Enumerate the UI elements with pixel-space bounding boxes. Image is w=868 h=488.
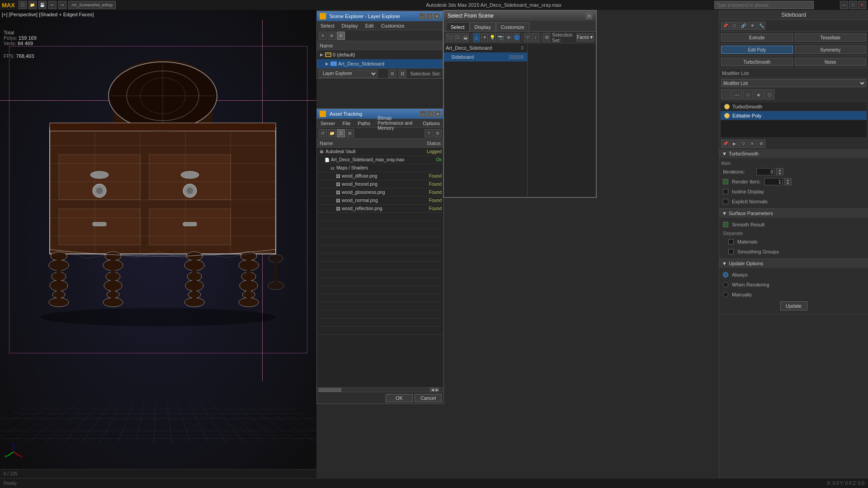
sfs-close-btn[interactable]: ✕ xyxy=(586,13,592,19)
filter-btn[interactable]: ✕ xyxy=(319,32,327,40)
at-folder-btn[interactable]: 📁 xyxy=(328,129,336,137)
tab-select[interactable]: Select xyxy=(446,22,470,31)
minimize-panel-btn[interactable]: — xyxy=(419,13,425,19)
viewport[interactable]: [+] [Perspective] [Shaded + Edged Faces]… xyxy=(0,10,316,479)
asset-row-maxfile[interactable]: 📄 Art_Deco_Sideboard_max_vray.max Ok xyxy=(317,156,443,164)
scroll-left-btn[interactable]: ◀ xyxy=(430,388,434,392)
sb-hierarchy-btn[interactable]: 🔗 xyxy=(739,22,747,30)
at-refresh-btn[interactable]: ↺ xyxy=(319,129,327,137)
menu-server[interactable]: Server xyxy=(319,120,337,127)
open-icon[interactable]: 📁 xyxy=(28,1,37,9)
modifier-dropdown[interactable]: Modifier List xyxy=(721,79,866,87)
minimize-icon[interactable]: — xyxy=(840,1,848,9)
border-btn[interactable]: □ xyxy=(743,89,753,99)
spin-up[interactable]: ▲ xyxy=(777,169,783,172)
menu-bitmap-perf[interactable]: Bitmap Performance and Memory xyxy=(376,115,417,131)
spin-up-2[interactable]: ▲ xyxy=(785,178,791,182)
extrude-btn[interactable]: Extrude xyxy=(721,33,793,42)
stack-funnel-btn[interactable]: ▽ xyxy=(739,140,747,148)
sfs-all-btn[interactable]: ⬛ xyxy=(446,33,453,42)
sfs-none-btn[interactable]: ☐ xyxy=(454,33,461,42)
layer-default[interactable]: ▶ 0 (default) xyxy=(317,50,443,59)
noise-btn[interactable]: Noise xyxy=(795,58,867,66)
expand-btn[interactable]: ⊞ xyxy=(328,32,336,40)
materials-checkbox[interactable] xyxy=(728,239,734,244)
close-at-btn[interactable]: ✕ xyxy=(434,111,441,117)
search-input[interactable] xyxy=(714,1,814,9)
file-tab[interactable]: AK_Screenshot_wrksp xyxy=(68,1,116,9)
edit-poly-btn[interactable]: Edit Poly xyxy=(721,46,793,54)
sfs-item-art-deco[interactable]: Art_Deco_Sideboard 0 xyxy=(444,43,527,52)
asset-row-reflection[interactable]: 🖼 wood_reflection.png Found xyxy=(317,205,443,213)
update-options-header[interactable]: ▼ Update Options xyxy=(719,259,868,268)
cancel-button[interactable]: Cancel xyxy=(415,394,442,402)
stack-active-btn[interactable]: ▶ xyxy=(730,140,738,148)
render-iters-checkbox[interactable] xyxy=(723,179,728,184)
update-button[interactable]: Update xyxy=(780,301,807,310)
expand-all-btn[interactable]: ⊞ xyxy=(388,70,396,78)
restore-at-btn[interactable]: □ xyxy=(427,111,434,117)
stack-pin-btn[interactable]: 📌 xyxy=(721,140,729,148)
at-options-btn[interactable]: ⚙ xyxy=(434,129,442,137)
sfs-lights-btn[interactable]: 💡 xyxy=(489,33,496,42)
menu-customize[interactable]: Customize xyxy=(379,22,406,29)
turbosmooth-btn[interactable]: TurboSmooth xyxy=(721,58,793,66)
scrollbar-thumb[interactable] xyxy=(319,388,341,392)
maximize-icon[interactable]: □ xyxy=(849,1,857,9)
sfs-helpers-btn[interactable]: ⊕ xyxy=(505,33,512,42)
faces-dropdown-btn[interactable]: Faces ▼ xyxy=(576,33,594,42)
symmetry-btn[interactable]: Symmetry xyxy=(795,46,867,54)
tessellate-btn[interactable]: Tessellate xyxy=(795,33,867,42)
render-iters-input[interactable] xyxy=(764,178,783,185)
sfs-spacewarps-btn[interactable]: 🌀 xyxy=(513,33,520,42)
render-iters-spinner[interactable]: ▲ ▼ xyxy=(784,178,792,185)
redo-icon[interactable]: ↪ xyxy=(58,1,66,9)
when-rendering-radio[interactable] xyxy=(723,282,728,287)
sfs-cameras-btn[interactable]: 📷 xyxy=(497,33,504,42)
asset-scrollbar-h[interactable]: ◀ ▶ xyxy=(317,387,443,392)
sb-display-btn[interactable]: 👁 xyxy=(748,22,756,30)
asset-row-diffuse[interactable]: 🖼 wood_diffuse.png Found xyxy=(317,172,443,180)
menu-file-at[interactable]: File xyxy=(340,120,352,127)
smooth-result-checkbox[interactable] xyxy=(723,222,728,227)
manually-radio[interactable] xyxy=(723,292,728,297)
surface-params-header[interactable]: ▼ Surface Parameters xyxy=(719,209,868,218)
save-icon[interactable]: 💾 xyxy=(38,1,47,9)
explorer-type-dropdown[interactable]: Layer Explorer xyxy=(319,70,377,78)
sfs-sort-btn[interactable]: ↕ xyxy=(532,33,539,42)
sb-utilities-btn[interactable]: 🔧 xyxy=(757,22,765,30)
spin-down[interactable]: ▼ xyxy=(777,172,783,175)
menu-paths[interactable]: Paths xyxy=(356,120,372,127)
iterations-input[interactable] xyxy=(756,168,774,175)
edge-btn[interactable]: — xyxy=(732,89,742,99)
asset-row-normal[interactable]: 🖼 wood_normal.png Found xyxy=(317,197,443,205)
sfs-invert-btn[interactable]: ⬓ xyxy=(462,33,469,42)
asset-row-fresnel[interactable]: 🖼 wood_fresnel.png Found xyxy=(317,180,443,188)
vertex-btn[interactable]: · xyxy=(721,89,731,99)
stack-remove-btn[interactable]: ✕ xyxy=(748,140,756,148)
undo-icon[interactable]: ↩ xyxy=(48,1,57,9)
turbosmooth-section-header[interactable]: ▼ TurboSmooth xyxy=(719,149,868,158)
spin-down-2[interactable]: ▼ xyxy=(785,182,791,185)
smoothing-groups-checkbox[interactable] xyxy=(728,249,734,254)
sb-motion-btn[interactable]: ⬡ xyxy=(730,22,738,30)
at-table-btn[interactable]: ☰ xyxy=(337,129,345,137)
editable-poly-stack-item[interactable]: Editable Poly xyxy=(721,111,867,120)
asset-row-maps[interactable]: 🗂 Maps / Shaders xyxy=(317,164,443,172)
link-btn[interactable]: ⛓ xyxy=(398,70,406,78)
iterations-spinner[interactable]: ▲ ▼ xyxy=(776,168,783,175)
tab-customize[interactable]: Customize xyxy=(496,22,529,31)
menu-select[interactable]: Select xyxy=(319,22,336,29)
editable-poly-bulb[interactable] xyxy=(724,113,730,118)
poly-btn[interactable]: ◈ xyxy=(754,89,764,99)
at-help-btn[interactable]: ? xyxy=(425,129,433,137)
sfs-options-btn[interactable]: ⚙ xyxy=(543,33,550,42)
asset-row-vault[interactable]: 🏛 Autodesk Vault Logged xyxy=(317,148,443,156)
scroll-right-btn[interactable]: ▶ xyxy=(434,388,439,392)
turbosmooth-bulb[interactable] xyxy=(724,104,730,109)
tab-display[interactable]: Display xyxy=(470,22,496,31)
sfs-item-sideboard[interactable]: Sideboard 159169 xyxy=(444,52,527,61)
element-btn[interactable]: ⬡ xyxy=(764,89,774,99)
menu-options-at[interactable]: Options xyxy=(421,120,442,127)
ok-button[interactable]: OK xyxy=(386,394,413,402)
